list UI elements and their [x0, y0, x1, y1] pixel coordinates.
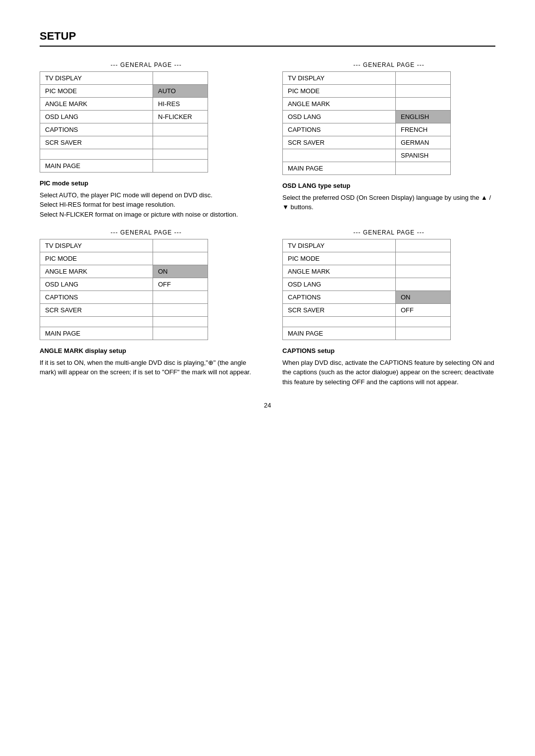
- menu-box-4: TV DISPLAY PIC MODE ANGLE MARK OSD LANG …: [282, 239, 451, 340]
- table-row: TV DISPLAY: [40, 72, 208, 85]
- table-row: PIC MODE: [283, 85, 450, 98]
- table-row: [40, 149, 208, 160]
- menu-box-1: TV DISPLAY PIC MODE AUTO ANGLE MARK HI-R…: [40, 71, 208, 173]
- menu-box-2: TV DISPLAY PIC MODE ANGLE MARK OSD LANG …: [282, 71, 451, 175]
- section-label-4: --- GENERAL PAGE ---: [282, 229, 495, 236]
- table-row: MAIN PAGE: [40, 327, 208, 340]
- scr-saver-value-3: [153, 304, 208, 316]
- captions-label-4: CAPTIONS: [283, 291, 396, 303]
- table-row: TV DISPLAY: [40, 239, 208, 252]
- main-page-label-3: MAIN PAGE: [40, 327, 153, 340]
- scr-saver-value: [153, 136, 208, 149]
- tv-display-label-4: TV DISPLAY: [283, 239, 396, 252]
- page-title: SETUP: [40, 30, 495, 47]
- pic-mode-label: PIC MODE: [40, 85, 153, 97]
- main-page-value-2: [396, 162, 450, 174]
- scr-saver-label-3: SCR SAVER: [40, 304, 153, 316]
- scr-saver-label-2: SCR SAVER: [283, 136, 396, 149]
- main-page-value-3: [153, 327, 208, 340]
- main-page-value-4: [396, 327, 450, 340]
- table-row: MAIN PAGE: [40, 160, 208, 172]
- desc-text-2: Select the preferred OSD (On Screen Disp…: [282, 193, 495, 212]
- main-page-value: [153, 160, 208, 172]
- table-row: [40, 317, 208, 327]
- col-box2: --- GENERAL PAGE --- TV DISPLAY PIC MODE…: [282, 61, 495, 219]
- captions-value-3: [153, 291, 208, 303]
- osd-lang-label: OSD LANG: [40, 111, 153, 123]
- osd-lang-value-3: OFF: [153, 278, 208, 291]
- tv-display-value-3: [153, 239, 208, 252]
- page-number: 24: [40, 402, 495, 409]
- spacer-3r: [153, 317, 208, 327]
- desc-title-2: OSD LANG type setup: [282, 181, 495, 191]
- angle-mark-value-2: [396, 98, 450, 110]
- pic-mode-value-2: [396, 85, 450, 97]
- table-row: PIC MODE AUTO: [40, 85, 208, 98]
- section-label-1: --- GENERAL PAGE ---: [40, 61, 253, 68]
- col-box4: --- GENERAL PAGE --- TV DISPLAY PIC MODE…: [282, 229, 495, 387]
- table-row: MAIN PAGE: [283, 327, 450, 340]
- col-box3: --- GENERAL PAGE --- TV DISPLAY PIC MODE…: [40, 229, 253, 387]
- table-row: CAPTIONS: [40, 291, 208, 304]
- osd-lang-label-3: OSD LANG: [40, 278, 153, 291]
- table-row: TV DISPLAY: [283, 239, 450, 252]
- desc-text-4: When play DVD disc, activate the CAPTION…: [282, 358, 495, 387]
- angle-mark-value: HI-RES: [153, 98, 208, 110]
- main-page-label: MAIN PAGE: [40, 160, 153, 172]
- tv-display-value-2: [396, 72, 450, 84]
- spacer-3: [40, 317, 153, 327]
- desc-title-3: ANGLE MARK display setup: [40, 346, 253, 356]
- table-row: TV DISPLAY: [283, 72, 450, 85]
- pic-mode-label-3: PIC MODE: [40, 252, 153, 265]
- table-row: SCR SAVER OFF: [283, 304, 450, 317]
- captions-label-3: CAPTIONS: [40, 291, 153, 303]
- table-row: SCR SAVER GERMAN: [283, 136, 450, 149]
- pic-mode-value-3: [153, 252, 208, 265]
- tv-display-value-4: [396, 239, 450, 252]
- top-row: --- GENERAL PAGE --- TV DISPLAY PIC MODE…: [40, 61, 495, 219]
- table-row: CAPTIONS: [40, 123, 208, 136]
- angle-mark-label-4: ANGLE MARK: [283, 265, 396, 278]
- angle-mark-label-2: ANGLE MARK: [283, 98, 396, 110]
- section-label-2: --- GENERAL PAGE ---: [282, 61, 495, 68]
- table-row: SCR SAVER: [40, 136, 208, 149]
- captions-value-4: ON: [396, 291, 450, 303]
- table-row: SPANISH: [283, 149, 450, 162]
- table-row: ANGLE MARK ON: [40, 265, 208, 278]
- desc-title-4: CAPTIONS setup: [282, 346, 495, 356]
- table-row: PIC MODE: [40, 252, 208, 265]
- osd-lang-label-2: OSD LANG: [283, 111, 396, 123]
- table-row: PIC MODE: [283, 252, 450, 265]
- table-row: MAIN PAGE: [283, 162, 450, 174]
- table-row: CAPTIONS FRENCH: [283, 123, 450, 136]
- angle-mark-label-3: ANGLE MARK: [40, 265, 153, 278]
- angle-mark-value-4: [396, 265, 450, 278]
- table-row: CAPTIONS ON: [283, 291, 450, 304]
- scr-saver-value-2: GERMAN: [396, 136, 450, 149]
- section-label-3: --- GENERAL PAGE ---: [40, 229, 253, 236]
- desc-box1: PIC mode setup Select AUTO, the player P…: [40, 178, 253, 219]
- table-row: OSD LANG: [283, 278, 450, 291]
- scr-saver-label: SCR SAVER: [40, 136, 153, 149]
- table-row: OSD LANG OFF: [40, 278, 208, 291]
- scr-saver-value-4: OFF: [396, 304, 450, 316]
- desc-box3: ANGLE MARK display setup If it is set to…: [40, 346, 253, 377]
- spacer-1r: [153, 149, 208, 159]
- osd-lang-value-4: [396, 278, 450, 291]
- angle-mark-label: ANGLE MARK: [40, 98, 153, 110]
- table-row: ANGLE MARK HI-RES: [40, 98, 208, 111]
- captions-value-2: FRENCH: [396, 123, 450, 136]
- angle-mark-value-3: ON: [153, 265, 208, 278]
- bottom-row: --- GENERAL PAGE --- TV DISPLAY PIC MODE…: [40, 229, 495, 387]
- osd-lang-value-2: ENGLISH: [396, 111, 450, 123]
- table-row: OSD LANG ENGLISH: [283, 111, 450, 123]
- table-row: [283, 317, 450, 327]
- table-row: OSD LANG N-FLICKER: [40, 111, 208, 123]
- tv-display-value: [153, 72, 208, 84]
- osd-lang-value: N-FLICKER: [153, 111, 208, 123]
- captions-value: [153, 123, 208, 136]
- desc-title-1: PIC mode setup: [40, 178, 253, 188]
- spanish-value: SPANISH: [396, 149, 450, 162]
- scr-saver-label-4: SCR SAVER: [283, 304, 396, 316]
- osd-lang-label-4: OSD LANG: [283, 278, 396, 291]
